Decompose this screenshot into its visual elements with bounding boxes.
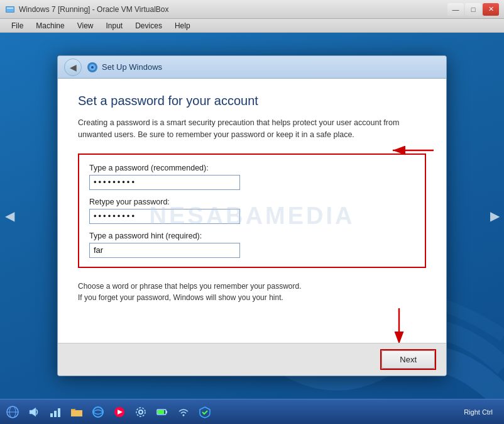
- next-button-wrapper: Next: [380, 349, 436, 370]
- menu-help[interactable]: Help: [168, 20, 197, 31]
- close-button[interactable]: ✕: [483, 3, 499, 16]
- minimize-button[interactable]: —: [447, 3, 464, 16]
- scroll-left-arrow: ◀: [3, 203, 16, 228]
- svg-point-5: [91, 66, 94, 69]
- hint-input[interactable]: [89, 243, 240, 258]
- menu-view[interactable]: View: [71, 20, 100, 31]
- dialog-title: Set Up Windows: [102, 62, 162, 72]
- app-icon: [5, 4, 15, 14]
- window-title: Windows 7 [Running] - Oracle VM VirtualB…: [19, 5, 447, 14]
- titlebar: Windows 7 [Running] - Oracle VM VirtualB…: [0, 0, 504, 19]
- page-title: Set a password for your account: [78, 94, 426, 108]
- svg-point-21: [136, 408, 145, 416]
- svg-point-25: [183, 414, 185, 416]
- back-button[interactable]: ◀: [64, 59, 82, 76]
- taskbar-icon-settings[interactable]: [131, 402, 151, 422]
- svg-rect-15: [54, 411, 57, 417]
- scroll-right-arrow: ▶: [488, 203, 501, 228]
- taskbar-icon-battery[interactable]: [152, 402, 172, 422]
- maximize-button[interactable]: □: [465, 3, 481, 16]
- retype-label: Retype your password:: [89, 198, 415, 206]
- password-input[interactable]: [89, 175, 240, 190]
- menu-input[interactable]: Input: [100, 20, 129, 31]
- vm-viewport: ◀ ▶ NESABAMEDIA ◀ Set Up Windows Set a p…: [0, 33, 504, 399]
- setup-windows-icon: [87, 62, 98, 73]
- svg-rect-23: [166, 411, 167, 413]
- menu-devices[interactable]: Devices: [129, 20, 168, 31]
- right-ctrl-label: Right Ctrl: [460, 407, 496, 417]
- taskbar-icon-folder[interactable]: [67, 402, 87, 422]
- dialog-body: Set a password for your account Creating…: [58, 79, 446, 343]
- svg-point-20: [139, 410, 143, 414]
- taskbar-icon-media[interactable]: [109, 402, 129, 422]
- setup-dialog: NESABAMEDIA ◀ Set Up Windows Set a passw…: [57, 55, 447, 376]
- description-text: Creating a password is a smart security …: [78, 117, 426, 141]
- password-label: Type a password (recommended):: [89, 164, 415, 172]
- window-controls: — □ ✕: [447, 3, 499, 16]
- taskbar-icon-speaker[interactable]: [24, 402, 44, 422]
- dialog-titlebar: ◀ Set Up Windows: [58, 56, 446, 79]
- svg-rect-14: [50, 413, 53, 417]
- taskbar-icon-antivirus[interactable]: [195, 402, 215, 422]
- hint-text: Choose a word or phrase that helps you r…: [78, 281, 426, 303]
- taskbar: Right Ctrl: [0, 399, 504, 424]
- menubar: File Machine View Input Devices Help: [0, 19, 504, 33]
- svg-rect-24: [158, 410, 164, 414]
- menu-machine[interactable]: Machine: [30, 20, 70, 31]
- menu-file[interactable]: File: [5, 20, 30, 31]
- dialog-footer: Next: [58, 343, 446, 376]
- svg-marker-13: [30, 408, 36, 416]
- taskbar-icon-globe[interactable]: [3, 402, 23, 422]
- svg-rect-16: [58, 408, 60, 417]
- hint-label: Type a password hint (required):: [89, 232, 415, 240]
- taskbar-icon-network[interactable]: [45, 402, 65, 422]
- svg-point-17: [93, 407, 103, 417]
- next-button[interactable]: Next: [381, 350, 435, 369]
- taskbar-items: [3, 402, 460, 422]
- taskbar-icon-wifi[interactable]: [173, 402, 194, 422]
- retype-input[interactable]: [89, 209, 240, 224]
- taskbar-right: Right Ctrl: [460, 407, 501, 417]
- svg-rect-2: [7, 8, 13, 9]
- taskbar-icon-ie[interactable]: [88, 402, 108, 422]
- form-section: Type a password (recommended): Retype yo…: [78, 153, 426, 268]
